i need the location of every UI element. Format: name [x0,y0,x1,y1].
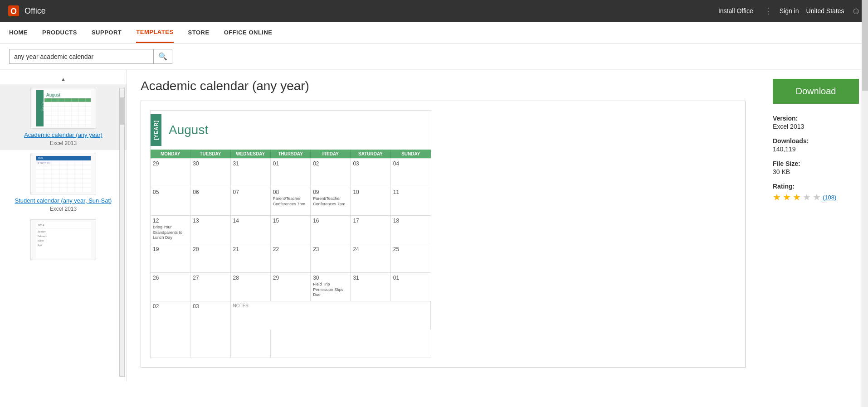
cell-date-3-1: 20 [193,246,228,252]
download-button[interactable]: Download [773,79,859,104]
nav-home[interactable]: HOME [9,23,28,42]
sidebar-item-1-sub: Excel 2013 [7,140,119,146]
sidebar-item-2-title[interactable]: Student calendar (any year, Sun-Sat) [7,197,119,205]
cell-date-2-4: 16 [313,218,348,224]
cell-date-0-3: 01 [273,160,308,167]
thumbnail-1: [YEAR] August [30,88,96,129]
cal-cell-2-1: 13 [190,216,230,244]
calendar-weeks: 2930310102030405060708Parent/Teacher Con… [151,158,431,358]
cal-cell-4-4: 30Field Trip Permission Slips Due [311,273,351,301]
cal-cell-0-6: 04 [391,159,431,187]
cal-cell-5-1: 03 [190,301,230,329]
downloads-section: Downloads: 140,119 [773,137,859,153]
cal-cell-2-4: 16 [311,216,351,244]
month-title: August [169,123,208,137]
cal-cell-1-4: 09Parent/Teacher Conferences 7pm [311,187,351,215]
cell-date-1-4: 09 [313,189,348,195]
cal-cell-3-0: 19 [151,244,190,272]
sidebar-item-2[interactable]: 2014 M T W T F S S Student calendar (any… [0,150,127,216]
sidebar-item-1[interactable]: [YEAR] August [0,84,127,150]
sign-in-link[interactable]: Sign in [780,7,799,15]
cal-cell-5-6 [271,329,311,358]
sidebar-item-3[interactable]: 2014 January February March April [0,216,127,266]
cell-date-1-1: 06 [193,189,228,195]
install-office-button[interactable]: Install Office [715,5,757,16]
cal-cell-0-1: 30 [190,159,230,187]
cell-date-1-2: 07 [233,189,268,195]
filesize-label: File Size: [773,160,859,167]
sidebar-left: ▲ [YEAR] August [0,70,127,381]
cell-event-1-4: Parent/Teacher Conferences 7pm [313,196,348,207]
cell-event-2-0: Bring Your Grandparents to Lunch Day [153,225,188,241]
svg-rect-35 [36,222,91,258]
cal-cell-0-4: 02 [311,159,351,187]
rating-count[interactable]: (108) [823,194,836,201]
cal-cell-5-4 [190,329,230,358]
day-header-wed: WEDNESDAY [231,150,271,158]
cell-date-4-4: 30 [313,275,348,281]
cell-date-5-0: 02 [153,303,188,310]
cell-date-1-0: 05 [153,189,188,195]
right-scrollbar[interactable] [862,0,868,381]
filesize-section: File Size: 30 KB [773,160,859,175]
cell-date-3-3: 22 [273,246,308,252]
cal-cell-5-3 [151,329,190,358]
star-3: ★ [793,192,801,203]
day-header-fri: FRIDAY [311,150,351,158]
cell-date-3-6: 25 [393,246,429,252]
calendar-week-3: 19202122232425 [151,244,431,272]
cell-date-3-2: 21 [233,246,268,252]
cell-date-3-5: 24 [353,246,388,252]
calendar-week-4: 2627282930Field Trip Permission Slips Du… [151,272,431,301]
cell-date-2-2: 14 [233,218,268,224]
svg-text:[YEAR]: [YEAR] [42,102,45,111]
version-value: Excel 2013 [773,123,859,130]
cell-event-4-4: Field Trip Permission Slips Due [313,282,348,298]
sidebar-item-1-title[interactable]: Academic calendar (any year) [7,131,119,139]
star-5: ★ [813,192,821,203]
cell-date-3-4: 23 [313,246,348,252]
office-title: Office [24,6,46,16]
cal-cell-0-2: 31 [231,159,271,187]
nav-templates[interactable]: TEMPLATES [136,22,173,43]
calendar-week-1: 05060708Parent/Teacher Conferences 7pm09… [151,187,431,215]
search-input[interactable] [10,50,153,63]
sidebar-right: Download Version: Excel 2013 Downloads: … [759,70,868,381]
top-bar-left: O Office [7,5,46,17]
svg-text:March: March [38,239,44,242]
cell-date-4-1: 27 [193,275,228,281]
day-header-thu: THURSDAY [271,150,311,158]
version-section: Version: Excel 2013 [773,115,859,130]
cell-date-0-5: 03 [353,160,388,167]
day-header-sat: SATURDAY [351,150,390,158]
top-bar-right: Install Office ⋮ Sign in United States ☺ [715,5,861,16]
smiley-icon[interactable]: ☺ [852,6,861,16]
scroll-up-button[interactable]: ▲ [0,74,127,84]
cell-date-1-5: 10 [353,189,388,195]
cal-cell-1-6: 11 [391,187,431,215]
cal-cell-2-3: 15 [271,216,311,244]
sidebar-scrollbar[interactable] [119,88,125,377]
right-scrollbar-thumb [862,0,868,91]
version-label: Version: [773,115,859,122]
cal-cell-0-0: 29 [151,159,190,187]
nav-store[interactable]: STORE [188,23,210,42]
nav-products[interactable]: PRODUCTS [42,23,77,42]
cell-event-1-3: Parent/Teacher Conferences 7pm [273,196,308,207]
divider-icon: ⋮ [764,6,772,16]
calendar-week-5: 0203NOTES [151,301,431,358]
country-label: United States [806,7,844,15]
year-badge: [YEAR] [151,114,161,146]
nav-office-online[interactable]: OFFICE ONLINE [224,23,273,42]
search-button[interactable]: 🔍 [153,49,172,63]
cal-cell-3-2: 21 [231,244,271,272]
svg-text:January: January [38,230,46,233]
sidebar-item-2-sub: Excel 2013 [7,206,119,212]
cell-date-0-4: 02 [313,160,348,167]
thumbnail-2-image: 2014 M T W T F S S [36,156,91,192]
nav-support[interactable]: SUPPORT [92,23,122,42]
cell-date-2-0: 12 [153,218,188,224]
svg-rect-20 [36,156,91,160]
cal-cell-2-6: 18 [391,216,431,244]
notes-label: NOTES [233,303,428,308]
